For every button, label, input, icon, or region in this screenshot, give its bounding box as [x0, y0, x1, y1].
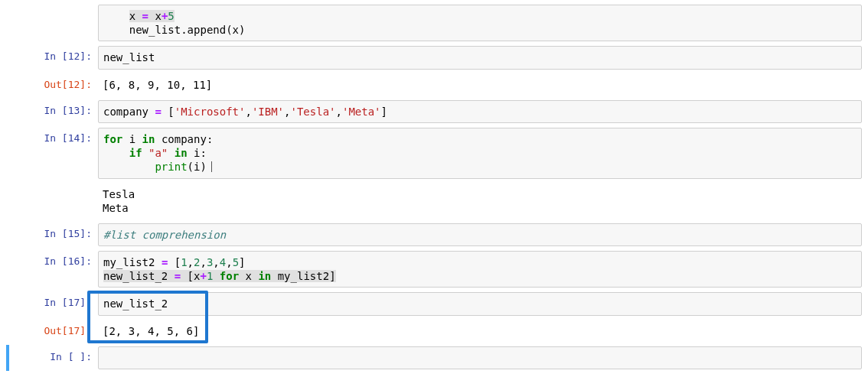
code-input[interactable]: my_list2 = [1,2,3,4,5]new_list_2 = [x+1 … — [98, 251, 862, 288]
in-prompt: In [12]: — [6, 46, 98, 66]
cell[interactable]: In [13]:company = ['Microsoft','IBM','Te… — [6, 99, 862, 125]
stream-output: Tesla Meta — [98, 184, 862, 219]
code-input[interactable]: for i in company: if "a" in i: print(i) — [98, 128, 862, 179]
out-prompt: Out[17]: — [6, 320, 98, 340]
in-prompt: In [14]: — [6, 128, 98, 148]
in-prompt: In [16]: — [6, 251, 98, 271]
cell[interactable]: x = x+5 new_list.append(x) — [6, 3, 862, 43]
code-input[interactable] — [98, 346, 862, 369]
cell[interactable]: In [14]:for i in company: if "a" in i: p… — [6, 126, 862, 180]
text-cursor-icon — [211, 161, 213, 172]
notebook: x = x+5 new_list.append(x)In [12]:new_li… — [0, 0, 868, 388]
code-input[interactable]: #list comprehension — [98, 223, 862, 246]
annotation-group: In [17]:new_list_2Out[17]:[2, 3, 4, 5, 6… — [6, 291, 862, 343]
in-prompt: In [ ]: — [9, 346, 98, 366]
cell[interactable]: In [12]:new_list — [6, 44, 862, 70]
code-input[interactable]: new_list — [98, 46, 862, 69]
in-prompt: In [17]: — [6, 292, 98, 312]
in-prompt: In [13]: — [6, 100, 98, 120]
code-input[interactable]: new_list_2 — [98, 292, 862, 315]
in-prompt: In [15]: — [6, 223, 98, 243]
cell[interactable]: In [ ]: — [6, 345, 862, 371]
output-text: [6, 8, 9, 10, 11] — [98, 74, 862, 96]
output-text: [2, 3, 4, 5, 6] — [98, 320, 862, 342]
code-input[interactable]: company = ['Microsoft','IBM','Tesla','Me… — [98, 100, 862, 123]
out-prompt: Out[12]: — [6, 74, 98, 94]
in-prompt — [6, 5, 98, 12]
cell[interactable]: In [15]:#list comprehension — [6, 222, 862, 248]
code-input[interactable]: x = x+5 new_list.append(x) — [98, 5, 862, 41]
cell[interactable]: In [16]:my_list2 = [1,2,3,4,5]new_list_2… — [6, 249, 862, 289]
